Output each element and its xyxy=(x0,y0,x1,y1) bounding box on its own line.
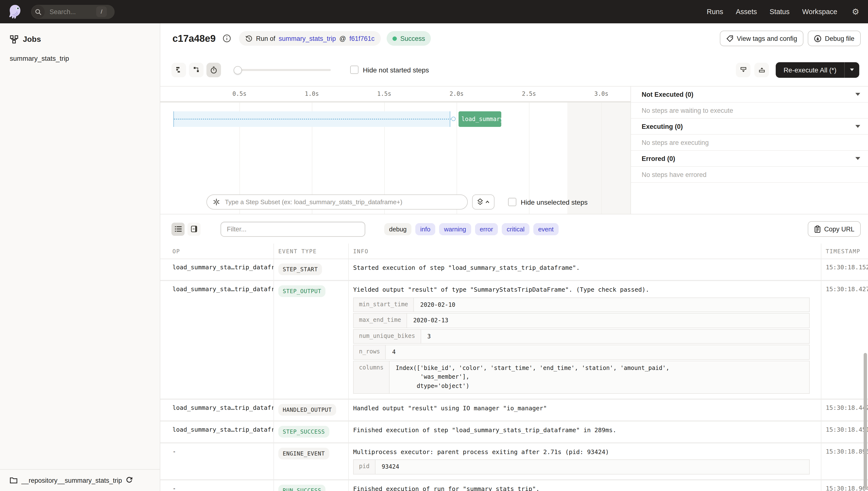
log-list-view-icon[interactable] xyxy=(172,223,185,235)
timestamp-cell: 15:30:18.895 xyxy=(821,447,868,455)
chevron-up-icon xyxy=(485,200,490,204)
step-subset-input[interactable] xyxy=(224,198,461,206)
header-timestamp: TIMESTAMP xyxy=(821,248,868,255)
reexecute-all-label: Re-execute All (*) xyxy=(776,62,844,78)
chevron-down-icon[interactable] xyxy=(856,125,860,128)
dagster-logo-icon[interactable] xyxy=(7,4,23,20)
metadata-row: num_unique_bikes 3 xyxy=(353,329,810,344)
metadata-row: columns Index(['bike_id', 'color', 'star… xyxy=(353,361,810,394)
timestamp-cell: 15:30:18.152 xyxy=(821,263,868,271)
log-row[interactable]: - ENGINE_EVENT Multiprocess executor: pa… xyxy=(160,443,868,480)
op-cell: - xyxy=(160,485,274,491)
debug-file-button[interactable]: Debug file xyxy=(808,31,861,46)
gantt-step-bar[interactable]: load_summary_sta xyxy=(459,111,501,127)
gear-icon[interactable]: ⚙ xyxy=(852,7,860,17)
nav-runs[interactable]: Runs xyxy=(707,8,723,16)
nav-status[interactable]: Status xyxy=(770,8,789,16)
graph-query-toggle-button[interactable] xyxy=(472,195,494,209)
info-icon[interactable] xyxy=(222,34,231,43)
timestamp-cell: 15:30:18.451 xyxy=(821,426,868,433)
log-table: OP EVENT TYPE INFO TIMESTAMP load_summar… xyxy=(160,243,868,491)
success-dot-icon xyxy=(393,36,397,40)
step-start-marker xyxy=(451,117,456,121)
level-debug[interactable]: debug xyxy=(384,223,411,235)
chevron-down-icon xyxy=(850,68,854,71)
log-row[interactable]: load_summary_sta…trip_dataframe STEP_OUT… xyxy=(160,281,868,399)
level-event[interactable]: event xyxy=(533,223,559,235)
gantt-toolbar: Hide not started steps Re-execute A xyxy=(160,54,868,86)
axis-tick: 1.0s xyxy=(305,90,319,97)
checkbox-icon[interactable] xyxy=(508,198,516,206)
collapse-panel-icon[interactable] xyxy=(736,62,750,77)
empty-message: No steps are executing xyxy=(642,139,709,146)
refresh-icon[interactable] xyxy=(126,477,133,484)
log-row[interactable]: load_summary_sta…trip_dataframe HANDLED_… xyxy=(160,399,868,421)
history-clock-icon xyxy=(245,35,253,42)
commit-link[interactable]: f61f761c xyxy=(349,35,375,42)
info-cell: Started execution of step "load_summary_… xyxy=(348,263,821,272)
run-of-pill: Run of summary_stats_trip @ f61f761c xyxy=(239,31,381,46)
slider-knob[interactable] xyxy=(234,66,242,74)
chevron-down-icon[interactable] xyxy=(856,93,860,96)
zoom-slider[interactable] xyxy=(234,62,331,77)
search-input[interactable] xyxy=(49,7,95,16)
metadata-value: Index(['bike_id', 'color', 'start_time',… xyxy=(389,361,676,393)
hide-not-started-checkbox[interactable]: Hide not started steps xyxy=(350,66,429,74)
jobs-icon xyxy=(10,35,19,44)
reexecute-all-button[interactable]: Re-execute All (*) xyxy=(776,62,859,78)
section-errored[interactable]: Errored (0) xyxy=(631,151,868,167)
sidebar-item-summary-stats-trip[interactable]: summary_stats_trip xyxy=(0,44,160,62)
log-panel: debug info warning error critical event … xyxy=(160,214,868,491)
expand-panel-icon[interactable] xyxy=(754,62,769,77)
event-type-badge: STEP_OUTPUT xyxy=(278,285,326,297)
info-cell: Finished execution of run for "summary_s… xyxy=(348,485,821,491)
log-filter-input[interactable] xyxy=(220,222,365,236)
copy-url-button[interactable]: Copy URL xyxy=(808,221,861,237)
repository-name: __repository__summary_stats_trip xyxy=(21,476,122,484)
view-tags-config-button[interactable]: View tags and config xyxy=(720,31,804,46)
log-row[interactable]: load_summary_sta…trip_dataframe STEP_SUC… xyxy=(160,421,868,443)
timer-view-icon[interactable] xyxy=(207,62,221,77)
section-executing[interactable]: Executing (0) xyxy=(631,119,868,135)
run-id: c17a48e9 xyxy=(173,33,216,44)
level-warning[interactable]: warning xyxy=(439,223,471,235)
global-search[interactable]: / xyxy=(31,5,115,19)
op-cell: - xyxy=(160,447,274,455)
nav-workspace[interactable]: Workspace xyxy=(802,8,837,16)
nav-assets[interactable]: Assets xyxy=(736,8,757,16)
pipeline-link[interactable]: summary_stats_trip xyxy=(279,35,336,42)
step-subset-field[interactable] xyxy=(207,195,468,209)
copy-url-label: Copy URL xyxy=(824,225,855,233)
metadata-row: min_start_time 2020-02-10 xyxy=(353,297,810,312)
reexecute-dropdown-caret[interactable] xyxy=(845,62,859,78)
level-critical[interactable]: critical xyxy=(502,223,529,235)
hide-unselected-checkbox[interactable]: Hide unselected steps xyxy=(508,198,588,206)
log-level-filters: debug info warning error critical event xyxy=(384,223,559,235)
column-divider xyxy=(821,243,822,491)
section-not-executed[interactable]: Not Executed (0) xyxy=(631,87,868,103)
sidebar-title: Jobs xyxy=(23,35,41,44)
log-row[interactable]: load_summary_sta…trip_dataframe STEP_STA… xyxy=(160,259,868,281)
op-selector-icon xyxy=(213,198,220,206)
level-error[interactable]: error xyxy=(475,223,498,235)
log-table-header: OP EVENT TYPE INFO TIMESTAMP xyxy=(160,243,868,259)
log-structured-view-icon[interactable] xyxy=(187,223,200,235)
event-type-badge: HANDLED_OUTPUT xyxy=(278,404,336,415)
checkbox-icon[interactable] xyxy=(350,66,359,74)
status-label: Success xyxy=(400,35,425,42)
repository-footer[interactable]: __repository__summary_stats_trip xyxy=(0,469,160,491)
metadata-key: pid xyxy=(353,460,375,474)
level-info[interactable]: info xyxy=(415,223,435,235)
flat-view-icon[interactable] xyxy=(172,62,186,77)
output-metadata-table: min_start_time 2020-02-10 max_end_time 2… xyxy=(353,297,810,394)
metadata-value: 2020-02-10 xyxy=(414,298,462,312)
empty-message: No steps are waiting to execute xyxy=(642,107,733,114)
view-tags-config-label: View tags and config xyxy=(737,35,797,42)
metadata-value: 2020-02-13 xyxy=(407,314,455,327)
clipboard-icon xyxy=(814,225,820,233)
vertical-scrollbar[interactable] xyxy=(864,353,867,489)
chevron-down-icon[interactable] xyxy=(856,157,860,160)
log-row[interactable]: - RUN_SUCCESS Finished execution of run … xyxy=(160,480,868,491)
waterfall-view-icon[interactable] xyxy=(189,62,204,77)
debug-file-label: Debug file xyxy=(825,35,855,42)
